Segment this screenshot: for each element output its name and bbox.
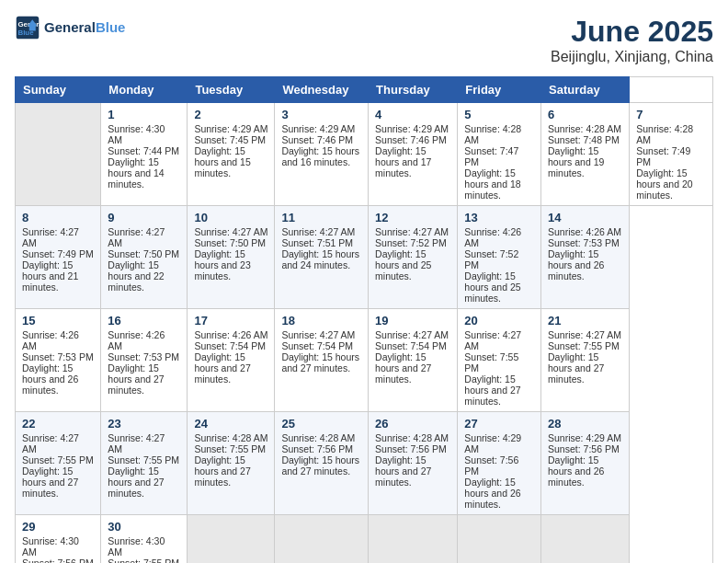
daylight-text: Daylight: 15 hours and 25 minutes. <box>375 248 431 282</box>
calendar-header-row: Sunday Monday Tuesday Wednesday Thursday… <box>16 77 713 103</box>
day-number: 4 <box>375 108 450 121</box>
calendar-cell-w1-d3: 11 Sunrise: 4:27 AM Sunset: 7:51 PM Dayl… <box>275 206 369 309</box>
header-thursday: Thursday <box>369 77 458 103</box>
daylight-text: Daylight: 15 hours and 27 minutes. <box>281 351 359 373</box>
daylight-text: Daylight: 15 hours and 21 minutes. <box>22 259 78 293</box>
day-number: 24 <box>194 417 267 431</box>
daylight-text: Daylight: 15 hours and 27 minutes. <box>108 465 164 499</box>
sunset-text: Sunset: 7:53 PM <box>548 237 620 248</box>
day-number: 17 <box>194 314 267 327</box>
sunset-text: Sunset: 7:56 PM <box>22 557 94 563</box>
sunset-text: Sunset: 7:48 PM <box>548 134 620 145</box>
sunrise-text: Sunrise: 4:29 AM <box>548 432 621 443</box>
calendar-cell-w4-d4 <box>369 515 458 564</box>
sunrise-text: Sunrise: 4:28 AM <box>281 432 355 443</box>
sunrise-text: Sunrise: 4:27 AM <box>22 432 79 454</box>
day-number: 11 <box>281 211 361 224</box>
page-header: General Blue GeneralBlue June 2025 Beiji… <box>15 15 713 65</box>
calendar-cell-w0-d0 <box>16 103 101 206</box>
calendar-cell-w1-d6: 14 Sunrise: 4:26 AM Sunset: 7:53 PM Dayl… <box>541 206 630 309</box>
calendar-subtitle: Beijinglu, Xinjiang, China <box>551 49 713 65</box>
sunrise-text: Sunrise: 4:29 AM <box>375 123 449 134</box>
calendar-cell-w4-d1: 30 Sunrise: 4:30 AM Sunset: 7:55 PM Dayl… <box>101 515 188 564</box>
sunrise-text: Sunrise: 4:30 AM <box>22 535 79 557</box>
calendar-week-3: 22 Sunrise: 4:27 AM Sunset: 7:55 PM Dayl… <box>16 412 713 515</box>
sunrise-text: Sunrise: 4:28 AM <box>636 123 693 145</box>
sunset-text: Sunset: 7:54 PM <box>281 340 353 351</box>
sunset-text: Sunset: 7:55 PM <box>464 351 518 373</box>
calendar-cell-w3-d2: 24 Sunrise: 4:28 AM Sunset: 7:55 PM Dayl… <box>188 412 275 515</box>
daylight-text: Daylight: 15 hours and 27 minutes. <box>375 454 431 488</box>
daylight-text: Daylight: 15 hours and 15 minutes. <box>194 145 250 178</box>
sunset-text: Sunset: 7:50 PM <box>108 248 179 259</box>
day-number: 22 <box>22 417 94 431</box>
sunset-text: Sunset: 7:55 PM <box>22 454 94 465</box>
header-saturday: Saturday <box>541 77 630 103</box>
calendar-cell-w2-d3: 18 Sunrise: 4:27 AM Sunset: 7:54 PM Dayl… <box>275 309 369 412</box>
daylight-text: Daylight: 15 hours and 27 minutes. <box>22 465 78 499</box>
sunset-text: Sunset: 7:56 PM <box>281 443 353 454</box>
daylight-text: Daylight: 15 hours and 24 minutes. <box>281 248 359 270</box>
calendar-cell-w0-d5: 5 Sunrise: 4:28 AM Sunset: 7:47 PM Dayli… <box>458 103 541 206</box>
sunrise-text: Sunrise: 4:27 AM <box>375 329 449 340</box>
day-number: 29 <box>22 520 94 534</box>
sunrise-text: Sunrise: 4:27 AM <box>281 226 355 237</box>
day-number: 25 <box>281 417 361 431</box>
daylight-text: Daylight: 15 hours and 26 minutes. <box>22 362 78 396</box>
day-number: 5 <box>464 108 534 121</box>
day-number: 19 <box>375 314 450 327</box>
sunrise-text: Sunrise: 4:27 AM <box>464 329 521 351</box>
sunset-text: Sunset: 7:45 PM <box>194 134 266 145</box>
sunrise-text: Sunrise: 4:27 AM <box>194 226 267 237</box>
sunrise-text: Sunrise: 4:26 AM <box>548 226 621 237</box>
sunset-text: Sunset: 7:49 PM <box>22 248 94 259</box>
sunrise-text: Sunrise: 4:27 AM <box>548 329 621 340</box>
calendar-cell-w0-d1: 1 Sunrise: 4:30 AM Sunset: 7:44 PM Dayli… <box>101 103 188 206</box>
calendar-week-2: 15 Sunrise: 4:26 AM Sunset: 7:53 PM Dayl… <box>16 309 713 412</box>
daylight-text: Daylight: 15 hours and 27 minutes. <box>548 351 604 385</box>
calendar-cell-w2-d1: 16 Sunrise: 4:26 AM Sunset: 7:53 PM Dayl… <box>101 309 188 412</box>
sunrise-text: Sunrise: 4:28 AM <box>548 123 621 134</box>
logo-icon: General Blue <box>15 15 40 40</box>
sunset-text: Sunset: 7:55 PM <box>194 443 266 454</box>
sunset-text: Sunset: 7:51 PM <box>281 237 353 248</box>
calendar-cell-w4-d6 <box>541 515 630 564</box>
daylight-text: Daylight: 15 hours and 18 minutes. <box>464 167 520 201</box>
calendar-cell-w0-d7: 7 Sunrise: 4:28 AM Sunset: 7:49 PM Dayli… <box>630 103 713 206</box>
sunrise-text: Sunrise: 4:27 AM <box>108 226 165 248</box>
sunrise-text: Sunrise: 4:30 AM <box>108 535 165 557</box>
calendar-cell-w3-d3: 25 Sunrise: 4:28 AM Sunset: 7:56 PM Dayl… <box>275 412 369 515</box>
calendar-cell-w2-d6: 21 Sunrise: 4:27 AM Sunset: 7:55 PM Dayl… <box>541 309 630 412</box>
sunset-text: Sunset: 7:52 PM <box>464 248 518 270</box>
calendar-cell-w1-d2: 10 Sunrise: 4:27 AM Sunset: 7:50 PM Dayl… <box>188 206 275 309</box>
sunrise-text: Sunrise: 4:30 AM <box>108 123 165 145</box>
daylight-text: Daylight: 15 hours and 17 minutes. <box>375 145 431 178</box>
calendar-cell-w0-d3: 3 Sunrise: 4:29 AM Sunset: 7:46 PM Dayli… <box>275 103 369 206</box>
day-number: 2 <box>194 108 267 121</box>
calendar-cell-w4-d2 <box>188 515 275 564</box>
title-area: June 2025 Beijinglu, Xinjiang, China <box>551 15 713 65</box>
header-friday: Friday <box>458 77 541 103</box>
sunset-text: Sunset: 7:53 PM <box>22 351 94 362</box>
daylight-text: Daylight: 15 hours and 20 minutes. <box>636 167 692 201</box>
calendar-cell-w4-d3 <box>275 515 369 564</box>
daylight-text: Daylight: 15 hours and 27 minutes. <box>281 454 359 477</box>
sunset-text: Sunset: 7:53 PM <box>108 351 179 362</box>
calendar-cell-w3-d4: 26 Sunrise: 4:28 AM Sunset: 7:56 PM Dayl… <box>369 412 458 515</box>
sunrise-text: Sunrise: 4:28 AM <box>194 432 267 443</box>
sunrise-text: Sunrise: 4:28 AM <box>375 432 449 443</box>
sunset-text: Sunset: 7:52 PM <box>375 237 447 248</box>
day-number: 1 <box>108 108 180 121</box>
day-number: 9 <box>108 211 180 224</box>
daylight-text: Daylight: 15 hours and 27 minutes. <box>194 351 250 385</box>
sunrise-text: Sunrise: 4:29 AM <box>464 432 521 454</box>
calendar-cell-w3-d1: 23 Sunrise: 4:27 AM Sunset: 7:55 PM Dayl… <box>101 412 188 515</box>
calendar-cell-w4-d5 <box>458 515 541 564</box>
calendar-cell-w2-d4: 19 Sunrise: 4:27 AM Sunset: 7:54 PM Dayl… <box>369 309 458 412</box>
calendar-cell-w1-d1: 9 Sunrise: 4:27 AM Sunset: 7:50 PM Dayli… <box>101 206 188 309</box>
calendar-cell-w1-d0: 8 Sunrise: 4:27 AM Sunset: 7:49 PM Dayli… <box>16 206 101 309</box>
calendar-cell-w3-d5: 27 Sunrise: 4:29 AM Sunset: 7:56 PM Dayl… <box>458 412 541 515</box>
daylight-text: Daylight: 15 hours and 22 minutes. <box>108 259 164 293</box>
calendar-cell-w0-d2: 2 Sunrise: 4:29 AM Sunset: 7:45 PM Dayli… <box>188 103 275 206</box>
sunrise-text: Sunrise: 4:26 AM <box>194 329 267 340</box>
